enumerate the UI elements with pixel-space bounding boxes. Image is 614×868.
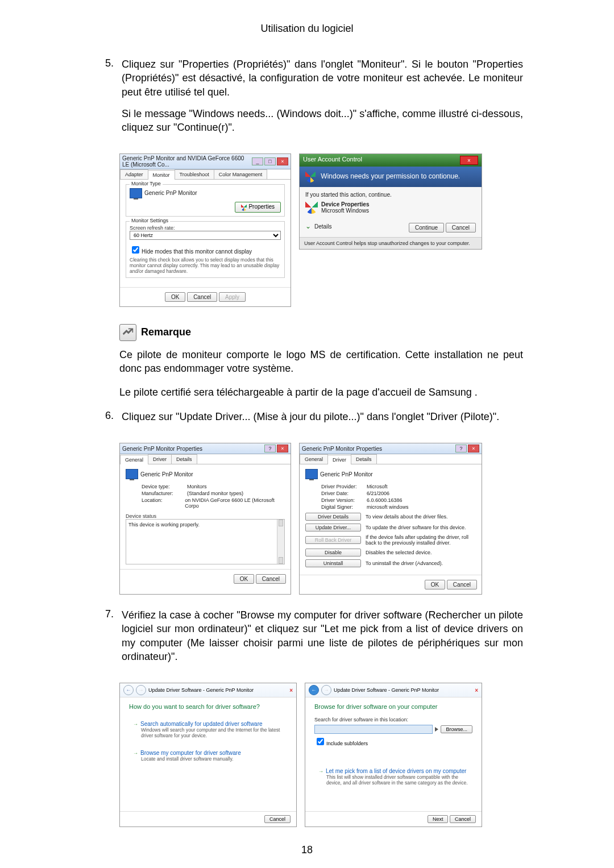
device-name: Generic PnP Monitor bbox=[140, 471, 193, 477]
step-5: 5. Cliquez sur "Properties (Propriétés)"… bbox=[91, 57, 523, 142]
update-driver-button[interactable]: Update Driver... bbox=[305, 524, 361, 531]
back-button[interactable]: ← bbox=[123, 685, 134, 695]
scrollbar[interactable] bbox=[277, 520, 284, 564]
option-search-automatically[interactable]: →Search automatically for updated driver… bbox=[129, 717, 287, 742]
include-subfolders-label: Include subfolders bbox=[326, 741, 368, 746]
update-driver-wizard-search: ← → Update Driver Software - Generic PnP… bbox=[119, 683, 297, 827]
option-let-me-pick[interactable]: →Let me pick from a list of device drive… bbox=[314, 764, 472, 790]
minimize-button[interactable]: _ bbox=[252, 157, 263, 165]
driver-details-desc: To view details about the driver files. bbox=[366, 514, 476, 520]
dropdown-arrow-icon[interactable] bbox=[435, 727, 438, 732]
cancel-button[interactable]: Cancel bbox=[264, 815, 291, 823]
note-label: Remarque bbox=[141, 326, 191, 338]
chevron-down-icon[interactable]: ⌄ bbox=[305, 222, 311, 230]
rollback-driver-desc: If the device fails after updating the d… bbox=[366, 534, 476, 546]
tab-general[interactable]: General bbox=[120, 455, 148, 464]
hide-modes-label: Hide modes that this monitor cannot disp… bbox=[142, 248, 252, 255]
browse-button[interactable]: Browse... bbox=[441, 725, 472, 733]
tab-driver[interactable]: Driver bbox=[148, 454, 172, 464]
uac-footer-text: User Account Control helps stop unauthor… bbox=[300, 237, 482, 249]
close-button[interactable]: × bbox=[475, 687, 478, 693]
driver-details-button[interactable]: Driver Details bbox=[305, 513, 361, 521]
rollback-driver-button[interactable]: Roll Back Driver bbox=[305, 536, 361, 544]
shield-icon bbox=[241, 204, 247, 211]
monitor-type-label: Monitor Type bbox=[130, 181, 163, 186]
arrow-icon: → bbox=[133, 721, 138, 727]
help-button[interactable]: ? bbox=[264, 445, 276, 452]
wizard-heading: Browse for driver software on your compu… bbox=[314, 703, 472, 710]
ok-button[interactable]: OK bbox=[234, 574, 254, 584]
program-icon bbox=[305, 201, 318, 214]
close-button[interactable]: × bbox=[277, 157, 288, 165]
step-number: 5. bbox=[91, 57, 122, 142]
update-driver-wizard-browse: ← → Update Driver Software - Generic PnP… bbox=[305, 683, 482, 827]
arrow-icon: → bbox=[318, 769, 323, 774]
monitor-settings-label: Monitor Settings bbox=[130, 218, 170, 223]
manufacturer-value: (Standard monitor types) bbox=[187, 491, 243, 496]
ok-button[interactable]: OK bbox=[165, 292, 185, 302]
driver-version-label: Driver Version: bbox=[321, 497, 367, 503]
driver-version-value: 6.0.6000.16386 bbox=[367, 497, 403, 503]
uac-title: User Account Control bbox=[303, 156, 362, 165]
location-input[interactable] bbox=[314, 725, 433, 734]
step-number: 6. bbox=[91, 410, 122, 431]
apply-button[interactable]: Apply bbox=[219, 292, 246, 302]
refresh-rate-select[interactable]: 60 Hertz bbox=[130, 231, 281, 240]
properties-button[interactable]: Properties bbox=[235, 202, 281, 212]
shield-icon bbox=[305, 171, 316, 182]
close-button[interactable]: × bbox=[460, 156, 478, 165]
monitor-icon bbox=[305, 469, 318, 479]
tab-monitor[interactable]: Monitor bbox=[148, 170, 175, 180]
cancel-button[interactable]: Cancel bbox=[450, 815, 476, 823]
tab-general[interactable]: General bbox=[300, 454, 328, 464]
monitor-properties-dialog: Generic PnP Monitor and NVIDIA GeForce 6… bbox=[119, 153, 291, 306]
help-button[interactable]: ? bbox=[455, 445, 467, 452]
properties-general-dialog: Generic PnP Monitor Properties ? × Gener… bbox=[119, 443, 291, 595]
location-value: on NVIDIA GeForce 6600 LE (Microsoft Cor… bbox=[185, 497, 285, 509]
continue-button[interactable]: Continue bbox=[409, 223, 444, 232]
driver-provider-value: Microsoft bbox=[367, 484, 388, 489]
cancel-button[interactable]: Cancel bbox=[447, 580, 477, 589]
digital-signer-value: microsoft windows bbox=[367, 504, 409, 510]
device-type-label: Device type: bbox=[142, 484, 187, 489]
details-toggle[interactable]: Details bbox=[314, 223, 332, 230]
arrow-icon: → bbox=[133, 750, 138, 756]
next-button[interactable]: Next bbox=[428, 815, 449, 823]
close-button[interactable]: × bbox=[289, 687, 293, 693]
option-browse-computer[interactable]: →Browse my computer for driver software … bbox=[129, 746, 287, 766]
driver-provider-label: Driver Provider: bbox=[321, 484, 367, 489]
cancel-button[interactable]: Cancel bbox=[187, 292, 217, 302]
close-button[interactable]: × bbox=[468, 445, 479, 452]
close-button[interactable]: × bbox=[277, 445, 288, 452]
wizard-heading: How do you want to search for driver sof… bbox=[129, 703, 287, 710]
dialog-title: Generic PnP Monitor and NVIDIA GeForce 6… bbox=[122, 155, 252, 168]
ok-button[interactable]: OK bbox=[425, 580, 445, 589]
cancel-button[interactable]: Cancel bbox=[256, 574, 286, 584]
step-5-text-2: Si le message "Windows needs... (Windows… bbox=[122, 107, 523, 135]
tab-details[interactable]: Details bbox=[351, 454, 377, 464]
disable-button[interactable]: Disable bbox=[305, 549, 361, 556]
device-name: Generic PnP Monitor bbox=[320, 471, 373, 477]
step-number: 7. bbox=[91, 608, 122, 671]
properties-driver-dialog: Generic PnP Monitor Properties ? × Gener… bbox=[299, 443, 482, 595]
dialog-title: Generic PnP Monitor Properties bbox=[122, 446, 202, 452]
uac-started-line: If you started this action, continue. bbox=[305, 192, 476, 198]
cancel-button[interactable]: Cancel bbox=[446, 223, 476, 232]
tab-adapter[interactable]: Adapter bbox=[120, 169, 148, 179]
disable-desc: Disables the selected device. bbox=[366, 550, 476, 555]
maximize-button[interactable]: □ bbox=[264, 157, 276, 165]
uninstall-button[interactable]: Uninstall bbox=[305, 559, 361, 567]
tab-color-management[interactable]: Color Management bbox=[214, 169, 268, 179]
hide-modes-checkbox[interactable] bbox=[132, 246, 139, 254]
include-subfolders-checkbox[interactable] bbox=[317, 738, 324, 745]
driver-date-label: Driver Date: bbox=[321, 491, 367, 496]
device-type-value: Monitors bbox=[187, 484, 207, 489]
tab-troubleshoot[interactable]: Troubleshoot bbox=[175, 169, 214, 179]
wizard-breadcrumb: Update Driver Software - Generic PnP Mon… bbox=[148, 687, 254, 693]
monitor-icon bbox=[130, 188, 142, 198]
tab-driver[interactable]: Driver bbox=[327, 455, 351, 464]
back-button[interactable]: ← bbox=[309, 685, 319, 695]
tab-details[interactable]: Details bbox=[171, 454, 197, 464]
refresh-rate-label: Screen refresh rate: bbox=[130, 225, 281, 231]
step-7: 7. Vérifiez la case à cocher "Browse my … bbox=[91, 608, 523, 671]
